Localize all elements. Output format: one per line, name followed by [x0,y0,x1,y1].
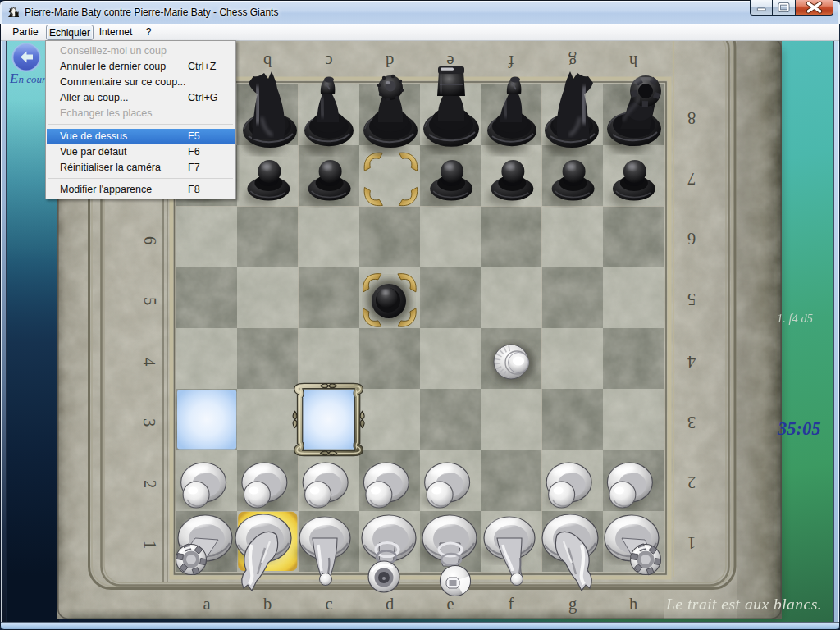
svg-text:5: 5 [141,297,159,305]
svg-text:8: 8 [687,109,696,127]
svg-text:c: c [325,52,332,71]
svg-text:a: a [203,595,210,613]
svg-text:b: b [263,595,272,613]
svg-text:4: 4 [140,358,158,366]
svg-text:h: h [629,52,637,71]
svg-text:d: d [386,52,394,71]
svg-text:5: 5 [687,290,696,308]
svg-text:7: 7 [687,170,696,188]
svg-text:b: b [263,52,272,71]
svg-text:4: 4 [687,353,696,371]
svg-text:2: 2 [687,473,696,491]
svg-text:f: f [508,52,514,71]
svg-text:d: d [386,595,394,613]
svg-text:3: 3 [140,418,158,427]
svg-text:1: 1 [687,534,696,552]
svg-text:3: 3 [687,413,696,431]
svg-text:g: g [568,52,577,71]
svg-text:h: h [629,595,637,613]
svg-text:1: 1 [141,541,159,549]
svg-text:2: 2 [141,480,159,488]
svg-text:f: f [509,595,514,613]
svg-text:6: 6 [141,236,159,244]
svg-text:g: g [568,595,577,614]
svg-text:c: c [325,595,332,613]
svg-text:6: 6 [687,230,696,248]
svg-text:e: e [446,595,454,613]
